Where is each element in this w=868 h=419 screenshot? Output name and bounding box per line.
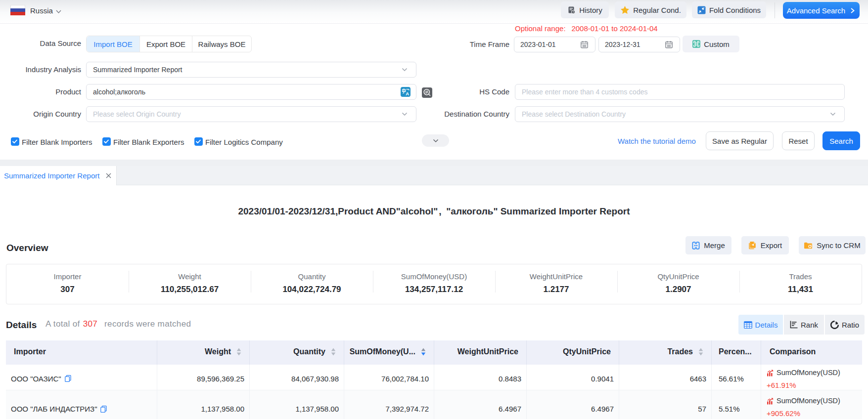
svg-text:A: A bbox=[406, 91, 409, 96]
